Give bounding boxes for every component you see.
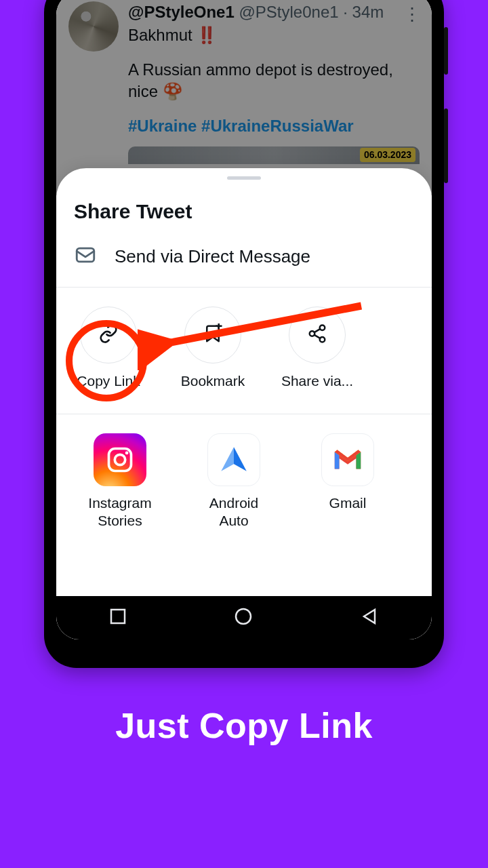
share-via-action[interactable]: Share via... xyxy=(280,307,354,389)
phone-side-button-top xyxy=(444,27,448,75)
android-navbar xyxy=(56,596,432,639)
app-android-auto-label: Android Auto xyxy=(193,494,274,530)
app-gmail[interactable]: Gmail xyxy=(307,433,388,530)
phone-side-button-bottom xyxy=(444,108,448,183)
app-android-auto[interactable]: Android Auto xyxy=(193,433,274,530)
link-icon xyxy=(98,323,119,347)
bookmark-circle xyxy=(184,307,241,363)
share-via-label: Share via... xyxy=(281,373,353,389)
svg-rect-12 xyxy=(111,610,125,623)
nav-recent-icon[interactable] xyxy=(109,608,127,628)
app-instagram-stories-label: Instagram Stories xyxy=(79,494,161,530)
send-dm-row[interactable]: Send via Direct Message xyxy=(56,235,432,287)
envelope-icon xyxy=(74,243,97,269)
svg-line-4 xyxy=(314,329,321,332)
nav-back-icon[interactable] xyxy=(360,607,379,629)
copy-link-label: Copy Link xyxy=(77,373,140,389)
phone-screen: @PStyleOne1 @PStyle0ne1 · 34m Bakhmut ‼️… xyxy=(56,0,432,639)
promo-caption: Just Copy Link xyxy=(0,705,488,746)
app-instagram-stories[interactable]: Instagram Stories xyxy=(79,433,161,530)
tweet-card: @PStyleOne1 @PStyle0ne1 · 34m Bakhmut ‼️… xyxy=(56,0,432,195)
gmail-icon xyxy=(321,433,374,486)
bookmark-label: Bookmark xyxy=(181,373,245,389)
bookmark-add-icon xyxy=(203,323,223,347)
share-nodes-icon xyxy=(307,323,327,347)
copy-link-circle xyxy=(80,307,137,363)
svg-point-13 xyxy=(236,609,251,624)
actions-row: Copy Link Bookmark xyxy=(56,288,432,414)
bookmark-action[interactable]: Bookmark xyxy=(176,307,250,389)
share-sheet: Share Tweet Send via Direct Message Copy… xyxy=(56,168,432,639)
svg-point-8 xyxy=(125,452,129,455)
phone-frame: @PStyleOne1 @PStyle0ne1 · 34m Bakhmut ‼️… xyxy=(44,0,444,668)
instagram-icon xyxy=(94,433,146,486)
send-dm-label: Send via Direct Message xyxy=(115,246,310,267)
sheet-grabber[interactable] xyxy=(227,176,261,180)
modal-backdrop[interactable] xyxy=(56,0,432,195)
svg-rect-0 xyxy=(77,248,94,262)
share-via-circle xyxy=(289,307,346,363)
svg-line-5 xyxy=(314,335,321,338)
sheet-title: Share Tweet xyxy=(56,186,432,235)
nav-home-icon[interactable] xyxy=(233,606,253,629)
apps-row: Instagram Stories Android Auto xyxy=(56,414,432,544)
copy-link-action[interactable]: Copy Link xyxy=(71,307,146,389)
svg-point-7 xyxy=(115,454,125,465)
android-auto-icon xyxy=(207,433,260,486)
app-gmail-label: Gmail xyxy=(329,494,367,512)
